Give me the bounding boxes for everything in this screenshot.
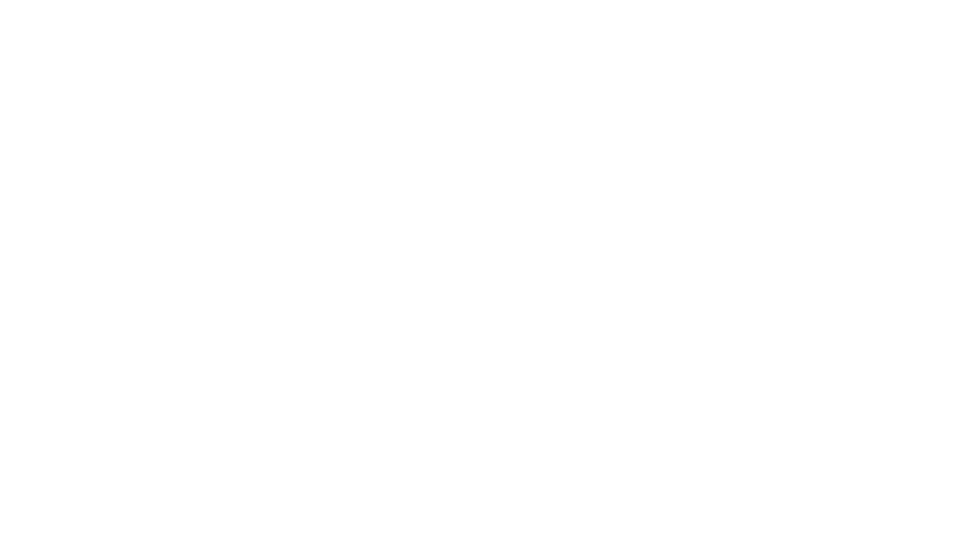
colorbar-unit-label-bottom (963, 408, 973, 510)
colorbar-bottom (0, 0, 193, 96)
y-axis-label-x (4, 42, 14, 145)
figure (0, 0, 980, 549)
colorbar-unit-label-middle (963, 226, 973, 328)
colorbar-unit-label-top (963, 42, 973, 145)
freq-axis-label-bottom (513, 408, 523, 510)
freq-axis-label-top (513, 42, 523, 145)
y-axis-label-y (4, 226, 14, 328)
y-axis-label-z (4, 408, 14, 510)
freq-axis-label-middle (513, 226, 523, 328)
